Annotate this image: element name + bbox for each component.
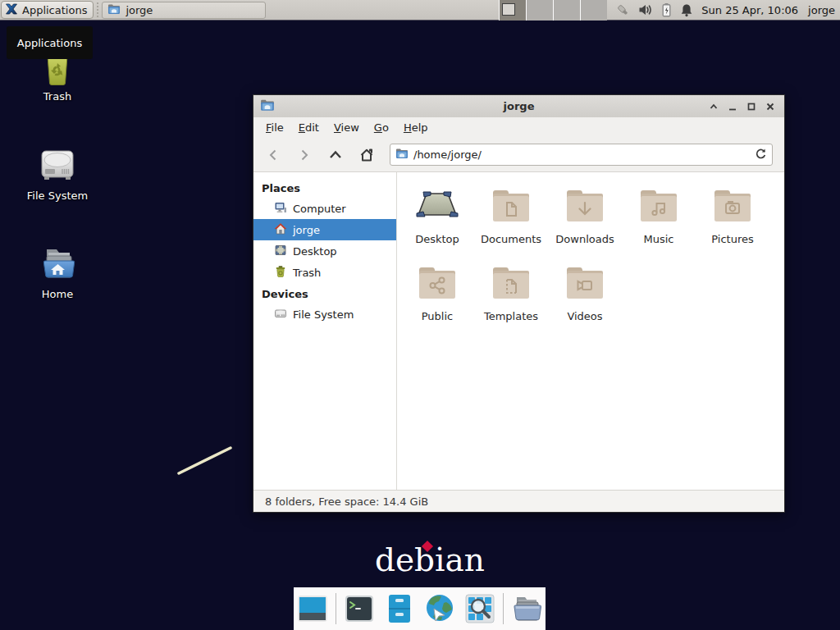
- close-button[interactable]: [762, 98, 778, 114]
- desktop-folder-icon: [413, 185, 461, 227]
- workspace-switcher[interactable]: [499, 0, 607, 21]
- panel-handle: [94, 2, 101, 17]
- forward-button[interactable]: [290, 143, 319, 167]
- window-title: jorge: [253, 100, 784, 112]
- workspace-4[interactable]: [580, 0, 607, 21]
- file-item-label: Documents: [481, 233, 541, 245]
- trash-icon: [274, 265, 287, 281]
- statusbar: 8 folders, Free space: 14.4 GiB: [253, 490, 784, 512]
- menu-file[interactable]: File: [258, 119, 291, 136]
- file-item-label: Public: [422, 310, 453, 322]
- applications-menu-label: Applications: [22, 4, 87, 16]
- shade-button[interactable]: [705, 98, 721, 114]
- downloads-folder-icon: [561, 185, 609, 227]
- debian-wordmark: debian: [375, 541, 485, 578]
- file-item-documents[interactable]: Documents: [476, 185, 546, 245]
- sidebar-item-jorge[interactable]: jorge: [253, 219, 396, 240]
- battery-charging-icon[interactable]: [660, 2, 673, 17]
- workspace-window-thumbnail: [502, 3, 515, 16]
- places-header: Places: [253, 177, 396, 198]
- workspace-2[interactable]: [526, 0, 553, 21]
- app-finder-launcher[interactable]: [463, 591, 497, 626]
- show-desktop-button[interactable]: [295, 591, 330, 626]
- up-button[interactable]: [321, 143, 350, 167]
- maximize-button[interactable]: [743, 98, 759, 114]
- sidebar-item-label: jorge: [293, 224, 320, 236]
- path-text[interactable]: /home/jorge/: [413, 148, 750, 161]
- reload-icon[interactable]: [755, 148, 767, 162]
- files-pane[interactable]: Desktop Documents: [397, 172, 784, 490]
- window-folder-icon[interactable]: [260, 98, 275, 114]
- home-icon: [274, 222, 287, 238]
- file-item-label: Downloads: [555, 233, 614, 245]
- titlebar[interactable]: jorge: [253, 95, 784, 117]
- window-body: Places Computer: [253, 172, 784, 490]
- harddrive-icon: [274, 307, 287, 322]
- location-bar[interactable]: /home/jorge/: [390, 144, 773, 166]
- menu-help[interactable]: Help: [396, 119, 436, 136]
- computer-icon: [274, 201, 287, 217]
- directory-menu-launcher[interactable]: [509, 591, 544, 626]
- sidebar: Places Computer: [253, 172, 397, 490]
- stylus-tool-icon[interactable]: [615, 2, 631, 17]
- file-manager-launcher[interactable]: [382, 591, 417, 626]
- sidebar-item-label: File System: [293, 308, 354, 321]
- menu-view[interactable]: View: [326, 119, 367, 136]
- sidebar-item-label: Desktop: [293, 245, 337, 258]
- sidebar-item-label: Computer: [293, 203, 346, 215]
- desktop-icon: [274, 244, 287, 259]
- file-item-label: Music: [644, 233, 674, 245]
- xfce-logo-icon: [5, 2, 18, 18]
- file-item-label: Templates: [484, 310, 538, 322]
- file-item-label: Pictures: [711, 233, 753, 245]
- file-item-templates[interactable]: Templates: [476, 262, 546, 322]
- panel-clock[interactable]: Sun 25 Apr, 10:06: [701, 4, 798, 16]
- workspace-1[interactable]: [499, 0, 526, 21]
- file-item-downloads[interactable]: Downloads: [550, 185, 620, 245]
- taskbar-window-label: jorge: [126, 4, 153, 16]
- applications-menu-button[interactable]: Applications: [1, 1, 94, 19]
- file-item-desktop[interactable]: Desktop: [402, 185, 472, 245]
- applications-tooltip-text: Applications: [17, 37, 82, 49]
- home-folder-icon: [37, 243, 78, 284]
- file-item-pictures[interactable]: Pictures: [697, 185, 768, 245]
- top-panel: Applications jorge: [0, 0, 840, 21]
- menu-edit[interactable]: Edit: [291, 119, 326, 136]
- toolbar: /home/jorge/: [253, 138, 784, 172]
- sidebar-item-label: Trash: [293, 267, 321, 279]
- home-button[interactable]: [352, 143, 381, 167]
- desktop-icon-home[interactable]: Home: [13, 243, 102, 300]
- taskbar-window-button[interactable]: jorge: [102, 2, 266, 19]
- file-item-label: Videos: [567, 310, 602, 322]
- desktop-scribble-line: [172, 441, 242, 482]
- back-button[interactable]: [258, 143, 288, 167]
- file-item-videos[interactable]: Videos: [550, 262, 620, 322]
- pictures-folder-icon: [709, 185, 756, 227]
- sidebar-item-filesystem[interactable]: File System: [253, 304, 396, 325]
- web-browser-launcher[interactable]: [422, 591, 457, 626]
- file-item-public[interactable]: Public: [402, 262, 472, 322]
- dock-panel: [294, 587, 546, 630]
- volume-icon[interactable]: [638, 3, 653, 16]
- menu-go[interactable]: Go: [367, 119, 396, 136]
- desktop-icon-filesystem[interactable]: File System: [13, 144, 102, 202]
- sidebar-item-computer[interactable]: Computer: [253, 198, 396, 219]
- panel-username[interactable]: jorge: [808, 4, 835, 16]
- videos-folder-icon: [561, 262, 609, 304]
- workspace-3[interactable]: [553, 0, 580, 21]
- terminal-launcher[interactable]: [342, 591, 377, 626]
- sidebar-item-desktop[interactable]: Desktop: [253, 240, 396, 262]
- system-tray: [615, 2, 693, 17]
- applications-tooltip: Applications: [7, 26, 93, 59]
- minimize-button[interactable]: [724, 98, 740, 114]
- folder-window-icon: [107, 3, 121, 17]
- dock-separator: [336, 593, 336, 624]
- templates-folder-icon: [487, 262, 535, 304]
- file-item-music[interactable]: Music: [623, 185, 694, 245]
- file-manager-window: jorge File Edit Vie: [253, 94, 785, 513]
- notification-bell-icon[interactable]: [680, 3, 693, 17]
- menubar: File Edit View Go Help: [253, 117, 784, 138]
- music-folder-icon: [635, 185, 682, 227]
- desktop-icon-label: Trash: [43, 90, 71, 103]
- sidebar-item-trash[interactable]: Trash: [253, 262, 396, 283]
